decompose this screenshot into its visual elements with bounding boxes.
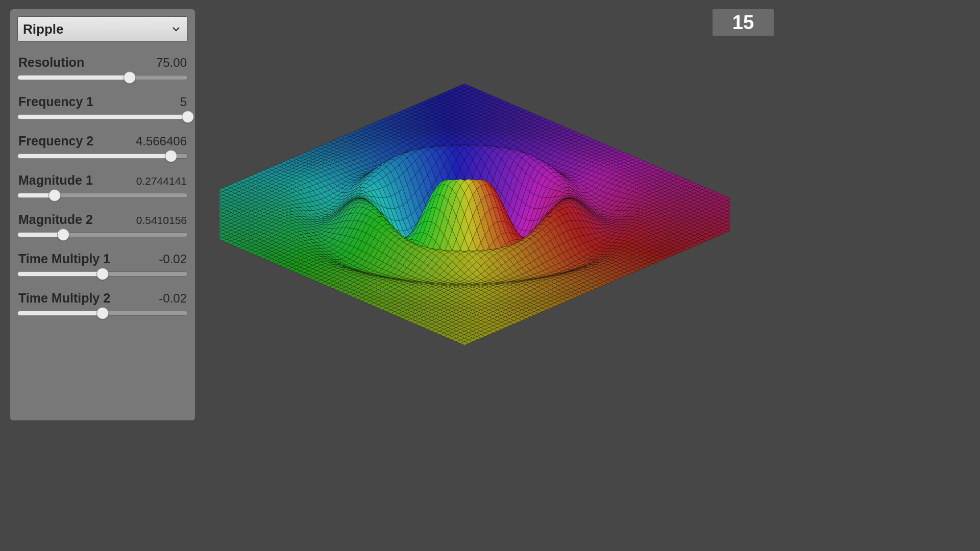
slider-frequency1: Frequency 15 — [17, 94, 188, 122]
slider-fill — [17, 311, 103, 316]
slider-label-magnitude2: Magnitude 2 — [18, 212, 93, 227]
slider-value-timeMultiply1: -0.02 — [159, 252, 187, 266]
slider-fill — [17, 271, 103, 277]
slider-timeMultiply2: Time Multiply 2-0.02 — [17, 291, 188, 319]
slider-track-magnitude2[interactable] — [17, 229, 188, 240]
slider-thumb[interactable] — [182, 111, 194, 123]
slider-value-frequency2: 4.566406 — [136, 134, 187, 148]
slider-timeMultiply1: Time Multiply 1-0.02 — [17, 252, 188, 280]
slider-label-frequency1: Frequency 1 — [18, 94, 93, 109]
pattern-dropdown[interactable]: Ripple — [17, 16, 188, 42]
slider-resolution: Resolution75.00 — [17, 55, 188, 83]
slider-frequency2: Frequency 24.566406 — [17, 134, 188, 162]
slider-thumb[interactable] — [124, 71, 136, 84]
slider-thumb[interactable] — [48, 189, 61, 202]
slider-magnitude1: Magnitude 10.2744141 — [17, 173, 188, 201]
slider-track-magnitude1[interactable] — [17, 190, 188, 201]
slider-track-frequency1[interactable] — [17, 111, 188, 122]
slider-value-timeMultiply2: -0.02 — [159, 291, 187, 306]
slider-fill — [17, 154, 171, 159]
slider-label-timeMultiply2: Time Multiply 2 — [18, 291, 110, 306]
slider-track-frequency2[interactable] — [17, 151, 188, 162]
slider-value-magnitude1: 0.2744141 — [136, 175, 187, 187]
slider-thumb[interactable] — [165, 150, 177, 162]
slider-value-frequency1: 5 — [180, 95, 187, 109]
slider-thumb[interactable] — [57, 229, 69, 241]
slider-label-timeMultiply1: Time Multiply 1 — [18, 252, 110, 266]
slider-value-resolution: 75.00 — [156, 56, 187, 70]
slider-fill — [17, 75, 130, 80]
fps-value: 15 — [732, 12, 754, 34]
slider-thumb[interactable] — [96, 268, 109, 280]
pattern-dropdown-label: Ripple — [23, 21, 63, 37]
slider-label-magnitude1: Magnitude 1 — [18, 173, 93, 188]
slider-track-resolution[interactable] — [17, 72, 188, 83]
control-panel: Ripple Resolution75.00Frequency 15Freque… — [10, 9, 195, 420]
slider-thumb[interactable] — [96, 307, 109, 319]
slider-value-magnitude2: 0.5410156 — [136, 214, 187, 227]
slider-track-timeMultiply1[interactable] — [17, 268, 188, 280]
slider-label-resolution: Resolution — [18, 55, 84, 70]
ripple-surface-visualization[interactable] — [219, 82, 730, 398]
chevron-down-icon — [172, 26, 180, 32]
slider-track-timeMultiply2[interactable] — [17, 308, 188, 319]
fps-counter: 15 — [713, 9, 774, 36]
slider-fill — [17, 232, 63, 237]
slider-magnitude2: Magnitude 20.5410156 — [17, 212, 188, 240]
slider-label-frequency2: Frequency 2 — [18, 134, 93, 148]
slider-fill — [17, 114, 188, 119]
